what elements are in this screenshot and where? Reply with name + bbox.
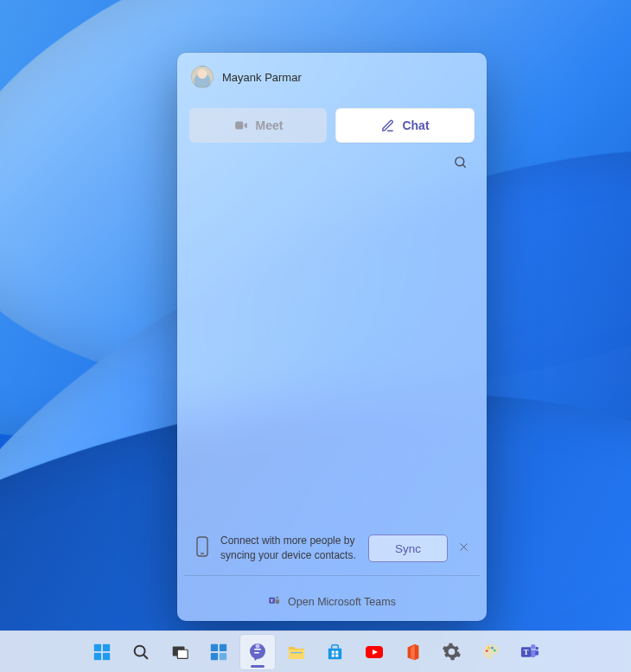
teams-icon: T (268, 594, 281, 610)
svg-point-35 (491, 647, 494, 650)
user-name-label: Mayank Parmar (222, 71, 302, 84)
taskbar-start[interactable] (85, 635, 119, 669)
taskbar: T (0, 630, 631, 672)
chat-icon (247, 642, 268, 662)
svg-rect-10 (93, 643, 100, 650)
taskbar-microsoft-store[interactable] (318, 635, 353, 669)
sync-message: Connect with more people by syncing your… (220, 534, 361, 563)
svg-rect-23 (254, 649, 261, 650)
svg-text:T: T (524, 648, 529, 656)
taskbar-file-explorer[interactable] (279, 635, 314, 669)
task-view-icon (169, 642, 190, 662)
taskbar-office[interactable] (396, 635, 430, 669)
user-avatar[interactable] (191, 66, 214, 88)
taskbar-youtube[interactable] (357, 635, 392, 669)
svg-rect-20 (210, 652, 217, 659)
svg-line-15 (143, 655, 147, 658)
open-teams-label: Open Microsoft Teams (288, 596, 396, 608)
svg-rect-17 (177, 650, 188, 658)
svg-point-34 (488, 647, 490, 650)
search-icon[interactable] (453, 155, 468, 173)
svg-rect-12 (93, 652, 100, 659)
meet-button: Meet (189, 108, 327, 143)
sync-button-label: Sync (395, 542, 421, 555)
svg-rect-29 (335, 651, 338, 654)
taskbar-settings[interactable] (435, 635, 469, 669)
flyout-body (177, 173, 487, 534)
teams-icon: T (519, 642, 540, 662)
meet-button-label: Meet (256, 118, 284, 132)
action-row: Meet Chat (177, 97, 487, 143)
svg-point-36 (494, 650, 496, 652)
youtube-icon (364, 642, 385, 662)
sync-contacts-banner: Connect with more people by syncing your… (184, 534, 480, 576)
svg-point-9 (276, 597, 278, 599)
svg-point-25 (255, 643, 259, 648)
taskbar-task-view[interactable] (163, 635, 197, 669)
taskbar-teams[interactable]: T (513, 635, 547, 669)
svg-rect-26 (289, 650, 304, 659)
svg-rect-0 (235, 122, 243, 130)
folder-icon (286, 642, 307, 662)
open-microsoft-teams-link[interactable]: T Open Microsoft Teams (177, 583, 487, 621)
sync-button[interactable]: Sync (368, 534, 448, 562)
svg-point-37 (531, 644, 535, 649)
gear-icon (442, 642, 462, 662)
taskbar-chat[interactable] (240, 635, 275, 669)
svg-rect-31 (335, 655, 338, 657)
svg-rect-24 (254, 652, 259, 654)
compose-icon (380, 118, 395, 133)
dismiss-sync-banner[interactable] (455, 537, 473, 560)
taskbar-search[interactable] (124, 635, 158, 669)
svg-rect-30 (332, 655, 335, 657)
svg-rect-21 (219, 652, 226, 659)
chat-button-label: Chat (402, 118, 429, 132)
start-icon (92, 642, 112, 662)
svg-point-33 (486, 650, 488, 652)
svg-line-2 (462, 164, 465, 167)
taskbar-widgets[interactable] (201, 635, 236, 669)
chat-button[interactable]: Chat (335, 108, 475, 143)
svg-rect-28 (332, 651, 335, 654)
palette-icon (481, 642, 501, 662)
teams-chat-flyout: Mayank Parmar Meet Chat (177, 53, 487, 621)
svg-rect-19 (219, 643, 226, 650)
taskbar-paint[interactable] (474, 635, 508, 669)
svg-rect-13 (102, 652, 109, 659)
flyout-header: Mayank Parmar (177, 53, 487, 97)
office-icon (403, 642, 424, 662)
svg-point-38 (535, 647, 539, 650)
phone-icon (194, 535, 210, 561)
svg-rect-27 (290, 652, 302, 653)
svg-rect-18 (210, 643, 217, 650)
svg-rect-11 (102, 643, 109, 650)
store-icon (325, 642, 346, 662)
widgets-icon (208, 642, 229, 662)
video-icon (233, 118, 249, 133)
search-icon (131, 642, 151, 662)
